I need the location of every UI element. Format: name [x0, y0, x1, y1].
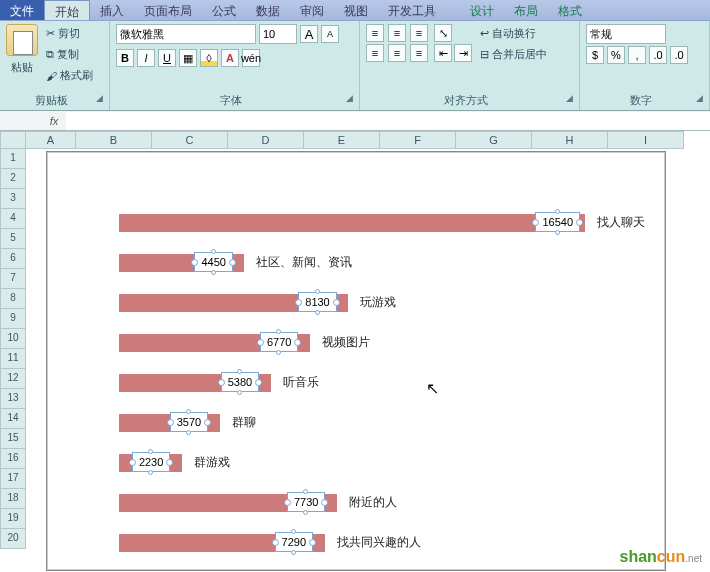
sheet-canvas[interactable]: 16540找人聊天4450社区、新闻、资讯8130玩游戏6770视频图片5380…: [26, 149, 710, 572]
row-header-18[interactable]: 18: [0, 489, 26, 509]
row-header-3[interactable]: 3: [0, 189, 26, 209]
chart-data-label[interactable]: 5380: [221, 372, 259, 392]
col-header-C[interactable]: C: [152, 131, 228, 149]
row-header-2[interactable]: 2: [0, 169, 26, 189]
chart-bar-row: 6770视频图片: [119, 330, 659, 356]
orientation-button[interactable]: ⤡: [434, 24, 452, 42]
underline-button[interactable]: U: [158, 49, 176, 67]
row-header-9[interactable]: 9: [0, 309, 26, 329]
align-right-button[interactable]: ≡: [410, 44, 428, 62]
row-header-15[interactable]: 15: [0, 429, 26, 449]
border-button[interactable]: ▦: [179, 49, 197, 67]
bold-button[interactable]: B: [116, 49, 134, 67]
tab-审阅[interactable]: 审阅: [290, 0, 334, 20]
row-header-10[interactable]: 10: [0, 329, 26, 349]
comma-button[interactable]: ,: [628, 46, 646, 64]
row-header-6[interactable]: 6: [0, 249, 26, 269]
chart-category-label: 玩游戏: [360, 294, 396, 311]
accounting-button[interactable]: $: [586, 46, 604, 64]
row-header-16[interactable]: 16: [0, 449, 26, 469]
chart-data-label[interactable]: 4450: [194, 252, 232, 272]
row-header-20[interactable]: 20: [0, 529, 26, 549]
tab-布局[interactable]: 布局: [504, 0, 548, 20]
align-middle-button[interactable]: ≡: [388, 24, 406, 42]
align-left-button[interactable]: ≡: [366, 44, 384, 62]
tab-开始[interactable]: 开始: [44, 0, 90, 20]
dialog-launcher-icon[interactable]: ◢: [566, 93, 573, 103]
ribbon: 粘贴 ✂剪切 ⧉复制 🖌格式刷 剪贴板◢ A A B I U ▦ ◊: [0, 21, 710, 111]
dialog-launcher-icon[interactable]: ◢: [346, 93, 353, 103]
format-painter-button[interactable]: 🖌格式刷: [42, 66, 97, 85]
merge-center-button[interactable]: ⊟合并后居中: [476, 45, 551, 64]
font-name-select[interactable]: [116, 24, 256, 44]
align-bottom-button[interactable]: ≡: [410, 24, 428, 42]
row-header-1[interactable]: 1: [0, 149, 26, 169]
col-header-I[interactable]: I: [608, 131, 684, 149]
copy-button[interactable]: ⧉复制: [42, 45, 97, 64]
worksheet: ABCDEFGHI 123456789101112131415161718192…: [0, 131, 710, 572]
chart-bar[interactable]: [119, 214, 585, 232]
paste-button[interactable]: 粘贴: [7, 58, 37, 77]
formula-input[interactable]: [66, 112, 710, 130]
percent-button[interactable]: %: [607, 46, 625, 64]
increase-decimal-button[interactable]: .0: [649, 46, 667, 64]
chart-data-label[interactable]: 7730: [287, 492, 325, 512]
italic-button[interactable]: I: [137, 49, 155, 67]
col-header-G[interactable]: G: [456, 131, 532, 149]
font-size-select[interactable]: [259, 24, 297, 44]
tab-插入[interactable]: 插入: [90, 0, 134, 20]
chart-data-label[interactable]: 6770: [260, 332, 298, 352]
col-header-B[interactable]: B: [76, 131, 152, 149]
dialog-launcher-icon[interactable]: ◢: [96, 93, 103, 103]
row-header-12[interactable]: 12: [0, 369, 26, 389]
row-header-19[interactable]: 19: [0, 509, 26, 529]
paste-icon[interactable]: [6, 24, 38, 56]
font-color-button[interactable]: A: [221, 49, 239, 67]
decrease-decimal-button[interactable]: .0: [670, 46, 688, 64]
col-header-E[interactable]: E: [304, 131, 380, 149]
fx-icon[interactable]: fx: [42, 115, 66, 127]
row-header-11[interactable]: 11: [0, 349, 26, 369]
shrink-font-button[interactable]: A: [321, 25, 339, 43]
row-header-14[interactable]: 14: [0, 409, 26, 429]
row-header-13[interactable]: 13: [0, 389, 26, 409]
watermark: shancun.net: [620, 548, 702, 566]
decrease-indent-button[interactable]: ⇤: [434, 44, 452, 62]
chart-object[interactable]: 16540找人聊天4450社区、新闻、资讯8130玩游戏6770视频图片5380…: [46, 151, 666, 571]
chart-category-label: 视频图片: [322, 334, 370, 351]
col-header-D[interactable]: D: [228, 131, 304, 149]
row-header-4[interactable]: 4: [0, 209, 26, 229]
chart-data-label[interactable]: 8130: [298, 292, 336, 312]
tab-页面布局[interactable]: 页面布局: [134, 0, 202, 20]
wrap-text-button[interactable]: ↩自动换行: [476, 24, 551, 43]
chart-data-label[interactable]: 16540: [535, 212, 580, 232]
phonetic-button[interactable]: wén: [242, 49, 260, 67]
col-header-H[interactable]: H: [532, 131, 608, 149]
number-format-select[interactable]: [586, 24, 666, 44]
tab-数据[interactable]: 数据: [246, 0, 290, 20]
align-top-button[interactable]: ≡: [366, 24, 384, 42]
tab-格式[interactable]: 格式: [548, 0, 592, 20]
row-header-17[interactable]: 17: [0, 469, 26, 489]
chart-data-label[interactable]: 2230: [132, 452, 170, 472]
select-all-corner[interactable]: [0, 131, 26, 149]
tab-file[interactable]: 文件: [0, 0, 44, 20]
row-header-5[interactable]: 5: [0, 229, 26, 249]
increase-indent-button[interactable]: ⇥: [454, 44, 472, 62]
tab-视图[interactable]: 视图: [334, 0, 378, 20]
chart-data-label[interactable]: 7290: [275, 532, 313, 552]
merge-icon: ⊟: [480, 48, 489, 61]
row-header-7[interactable]: 7: [0, 269, 26, 289]
cut-button[interactable]: ✂剪切: [42, 24, 97, 43]
align-center-button[interactable]: ≡: [388, 44, 406, 62]
tab-公式[interactable]: 公式: [202, 0, 246, 20]
col-header-F[interactable]: F: [380, 131, 456, 149]
fill-color-button[interactable]: ◊: [200, 49, 218, 67]
dialog-launcher-icon[interactable]: ◢: [696, 93, 703, 103]
col-header-A[interactable]: A: [26, 131, 76, 149]
chart-data-label[interactable]: 3570: [170, 412, 208, 432]
tab-设计[interactable]: 设计: [460, 0, 504, 20]
row-header-8[interactable]: 8: [0, 289, 26, 309]
grow-font-button[interactable]: A: [300, 25, 318, 43]
tab-开发工具[interactable]: 开发工具: [378, 0, 446, 20]
